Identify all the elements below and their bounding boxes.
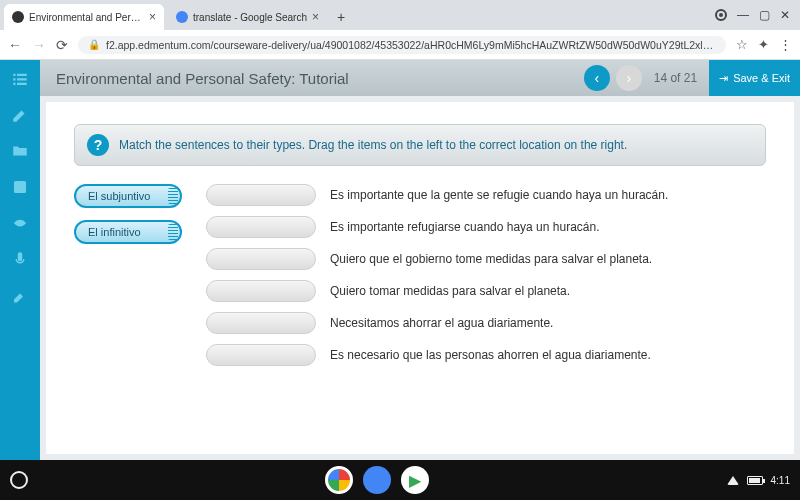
wifi-icon	[727, 476, 739, 485]
svg-rect-3	[17, 78, 27, 80]
svg-rect-0	[13, 74, 15, 76]
tab-close-icon[interactable]: ×	[312, 10, 319, 24]
os-taskbar: ▶ 4:11	[0, 460, 800, 500]
docs-icon[interactable]	[363, 466, 391, 494]
drop-row: Quiero que el gobierno tome medidas para…	[206, 248, 668, 270]
tab-label: Environmental and Personal Safe	[29, 12, 144, 23]
sidebar-audio-icon[interactable]	[10, 214, 30, 232]
matching-workspace: El subjuntivo El infinitivo Es important…	[74, 184, 766, 366]
sidebar-edit-icon[interactable]	[10, 106, 30, 124]
grip-icon	[168, 224, 178, 240]
taskbar-apps: ▶	[28, 466, 727, 494]
sentence: Es importante refugiarse cuando haya un …	[330, 220, 600, 234]
browser-tab-active[interactable]: Environmental and Personal Safe ×	[4, 4, 164, 30]
sentence: Quiero tomar medidas para salvar el plan…	[330, 284, 570, 298]
favicon-google-icon	[176, 11, 188, 23]
drop-slot[interactable]	[206, 184, 316, 206]
chip-label: El infinitivo	[88, 226, 141, 238]
launcher-icon[interactable]	[10, 471, 28, 489]
drop-row: Es importante refugiarse cuando haya un …	[206, 216, 668, 238]
battery-icon	[747, 476, 763, 485]
chip-label: El subjuntivo	[88, 190, 150, 202]
lock-icon: 🔒	[88, 39, 100, 50]
page-header: Environmental and Personal Safety: Tutor…	[40, 60, 800, 96]
drop-slot[interactable]	[206, 280, 316, 302]
sidebar-dictionary-icon[interactable]	[10, 178, 30, 196]
sidebar	[0, 60, 40, 460]
content-area: ? Match the sentences to their types. Dr…	[46, 102, 794, 454]
drop-slot[interactable]	[206, 216, 316, 238]
instruction-banner: ? Match the sentences to their types. Dr…	[74, 124, 766, 166]
sidebar-list-icon[interactable]	[10, 70, 30, 88]
extensions-icon[interactable]: ✦	[758, 37, 769, 52]
drop-row: Necesitamos ahorrar el agua diariamente.	[206, 312, 668, 334]
drop-slot[interactable]	[206, 344, 316, 366]
page-title: Environmental and Personal Safety: Tutor…	[56, 70, 578, 87]
drop-rows: Es importante que la gente se refugie cu…	[206, 184, 668, 366]
nav-back-icon[interactable]: ←	[8, 37, 22, 53]
app-frame: Environmental and Personal Safety: Tutor…	[0, 60, 800, 460]
tab-close-icon[interactable]: ×	[149, 10, 156, 24]
svg-rect-1	[17, 74, 27, 76]
window-controls: — ▢ ✕	[715, 8, 800, 22]
chevron-right-icon: ›	[626, 70, 631, 86]
chip-infinitivo[interactable]: El infinitivo	[74, 220, 182, 244]
window-control-icon[interactable]	[715, 9, 727, 21]
draggable-chips: El subjuntivo El infinitivo	[74, 184, 182, 366]
menu-kebab-icon[interactable]: ⋮	[779, 37, 792, 52]
play-triangle-icon: ▶	[409, 471, 421, 490]
drop-row: Quiero tomar medidas para salvar el plan…	[206, 280, 668, 302]
close-window-icon[interactable]: ✕	[780, 8, 790, 22]
grip-icon	[168, 188, 178, 204]
main-panel: Environmental and Personal Safety: Tutor…	[40, 60, 800, 460]
drop-slot[interactable]	[206, 312, 316, 334]
drop-row: Es importante que la gente se refugie cu…	[206, 184, 668, 206]
exit-icon: ⇥	[719, 72, 728, 85]
sidebar-highlighter-icon[interactable]	[10, 286, 30, 304]
sidebar-folder-icon[interactable]	[10, 142, 30, 160]
svg-rect-5	[17, 83, 27, 85]
nav-reload-icon[interactable]: ⟳	[56, 37, 68, 53]
play-icon[interactable]: ▶	[401, 466, 429, 494]
sentence: Es importante que la gente se refugie cu…	[330, 188, 668, 202]
svg-rect-2	[13, 78, 15, 80]
sidebar-mic-icon[interactable]	[10, 250, 30, 268]
tab-label: translate - Google Search	[193, 12, 307, 23]
drop-slot[interactable]	[206, 248, 316, 270]
taskbar-status[interactable]: 4:11	[727, 475, 790, 486]
browser-tab[interactable]: translate - Google Search ×	[168, 4, 327, 30]
svg-rect-6	[14, 181, 26, 193]
save-exit-button[interactable]: ⇥ Save & Exit	[709, 60, 800, 96]
sentence: Necesitamos ahorrar el agua diariamente.	[330, 316, 553, 330]
new-tab-button[interactable]: +	[331, 9, 351, 25]
page-next-button[interactable]: ›	[616, 65, 642, 91]
nav-forward-icon[interactable]: →	[32, 37, 46, 53]
url-text: f2.app.edmentum.com/courseware-delivery/…	[106, 39, 716, 51]
instruction-text: Match the sentences to their types. Drag…	[119, 138, 627, 152]
drop-row: Es necesario que las personas ahorren el…	[206, 344, 668, 366]
bookmark-star-icon[interactable]: ☆	[736, 37, 748, 52]
save-exit-label: Save & Exit	[733, 72, 790, 84]
page-prev-button[interactable]: ‹	[584, 65, 610, 91]
browser-titlebar: Environmental and Personal Safe × transl…	[0, 0, 800, 30]
help-icon[interactable]: ?	[87, 134, 109, 156]
clock: 4:11	[771, 475, 790, 486]
maximize-icon[interactable]: ▢	[759, 8, 770, 22]
svg-rect-7	[18, 252, 23, 261]
chrome-icon[interactable]	[325, 466, 353, 494]
chevron-left-icon: ‹	[594, 70, 599, 86]
url-field[interactable]: 🔒 f2.app.edmentum.com/courseware-deliver…	[78, 36, 726, 54]
minimize-icon[interactable]: —	[737, 8, 749, 22]
sentence: Es necesario que las personas ahorren el…	[330, 348, 651, 362]
chip-subjuntivo[interactable]: El subjuntivo	[74, 184, 182, 208]
browser-addressbar: ← → ⟳ 🔒 f2.app.edmentum.com/courseware-d…	[0, 30, 800, 60]
sentence: Quiero que el gobierno tome medidas para…	[330, 252, 652, 266]
favicon-icon	[12, 11, 24, 23]
svg-rect-4	[13, 83, 15, 85]
page-counter: 14 of 21	[654, 71, 697, 85]
